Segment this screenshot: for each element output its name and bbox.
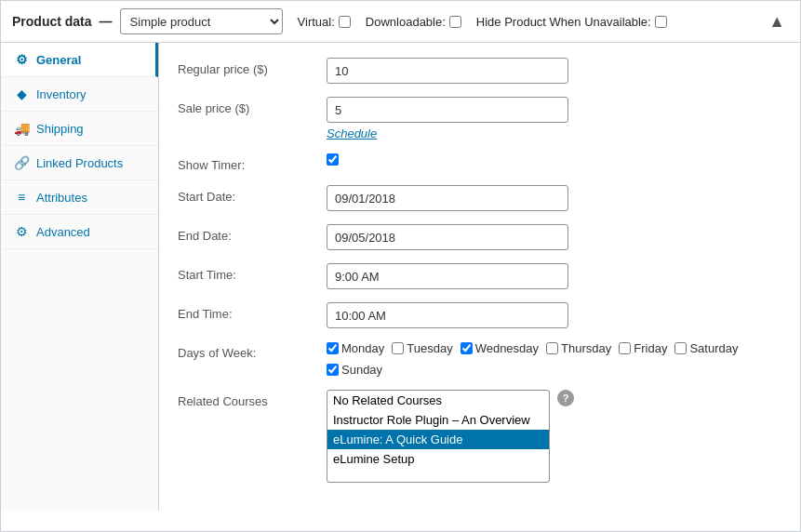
related-courses-listbox[interactable]: No Related CoursesInstructor Role Plugin… [327, 390, 550, 483]
panel-body: ⚙General◆Inventory🚚Shipping🔗Linked Produ… [1, 43, 800, 511]
start-time-value [327, 263, 781, 289]
day-label-thursday: Thursday [561, 341, 611, 355]
day-friday[interactable]: Friday [619, 341, 667, 355]
end-date-input[interactable] [327, 224, 568, 250]
day-label-saturday: Saturday [689, 341, 738, 355]
hide-checkbox[interactable] [655, 16, 667, 28]
collapse-button[interactable]: ▲ [765, 12, 789, 32]
regular-price-input[interactable] [327, 58, 568, 84]
hide-label: Hide Product When Unavailable: [476, 15, 667, 29]
sale-price-value-container: Schedule [327, 97, 781, 140]
sale-price-input[interactable] [327, 97, 568, 123]
day-label-tuesday: Tuesday [407, 341, 452, 355]
panel-header: Product data — Simple productVariable pr… [1, 1, 800, 43]
header-checkboxes: Virtual: Downloadable: Hide Product When… [298, 15, 667, 29]
related-courses-label: Related Courses [178, 390, 327, 408]
day-checkbox-sunday[interactable] [327, 364, 339, 376]
attributes-icon: ≡ [14, 190, 29, 205]
show-timer-row: Show Timer: [178, 153, 781, 172]
end-time-value [327, 302, 781, 328]
inventory-icon: ◆ [14, 86, 29, 101]
sidebar-label-general: General [36, 53, 81, 67]
show-timer-label: Show Timer: [178, 153, 327, 172]
downloadable-label: Downloadable: [366, 15, 461, 29]
general-icon: ⚙ [14, 52, 29, 67]
day-checkbox-friday[interactable] [619, 342, 631, 354]
advanced-icon: ⚙ [14, 224, 29, 239]
sidebar-item-attributes[interactable]: ≡Attributes [1, 180, 158, 215]
related-courses-container: No Related CoursesInstructor Role Plugin… [327, 390, 781, 483]
day-monday[interactable]: Monday [327, 341, 384, 355]
sidebar-item-general[interactable]: ⚙General [1, 43, 158, 77]
sidebar-label-inventory: Inventory [36, 87, 86, 101]
help-icon[interactable]: ? [557, 390, 574, 406]
virtual-checkbox[interactable] [339, 16, 351, 28]
sidebar-label-advanced: Advanced [36, 225, 90, 239]
day-checkbox-saturday[interactable] [674, 342, 687, 354]
start-date-row: Start Date: [178, 185, 781, 211]
sidebar-label-linked-products: Linked Products [36, 156, 123, 170]
virtual-label: Virtual: [298, 15, 351, 29]
schedule-link[interactable]: Schedule [327, 126, 781, 140]
main-content: Regular price ($) Sale price ($) Schedul… [159, 43, 800, 511]
day-checkbox-tuesday[interactable] [392, 342, 404, 354]
sidebar-item-linked-products[interactable]: 🔗Linked Products [1, 146, 158, 180]
end-time-row: End Time: [178, 302, 781, 328]
sidebar-label-shipping: Shipping [36, 122, 84, 136]
product-data-panel: Product data — Simple productVariable pr… [0, 0, 801, 532]
start-time-row: Start Time: [178, 263, 781, 289]
day-sunday[interactable]: Sunday [327, 363, 382, 377]
related-courses-row: Related Courses No Related CoursesInstru… [178, 390, 781, 483]
show-timer-value [327, 153, 781, 166]
end-date-row: End Date: [178, 224, 781, 250]
start-date-label: Start Date: [178, 185, 327, 204]
day-thursday[interactable]: Thursday [546, 341, 611, 355]
sidebar-item-inventory[interactable]: ◆Inventory [1, 77, 158, 112]
regular-price-label: Regular price ($) [178, 58, 327, 76]
panel-dash: — [100, 14, 113, 29]
days-checkboxes: MondayTuesdayWednesdayThursdayFridaySatu… [327, 341, 781, 377]
show-timer-checkbox[interactable] [327, 153, 339, 166]
day-saturday[interactable]: Saturday [674, 341, 738, 355]
days-of-week-label: Days of Week: [178, 341, 327, 360]
product-type-select[interactable]: Simple productVariable productGrouped pr… [120, 8, 283, 34]
sidebar-label-attributes: Attributes [36, 191, 87, 205]
sidebar-item-advanced[interactable]: ⚙Advanced [1, 215, 158, 249]
day-checkbox-monday[interactable] [327, 342, 339, 354]
regular-price-row: Regular price ($) [178, 58, 781, 84]
start-time-label: Start Time: [178, 263, 327, 282]
day-label-wednesday: Wednesday [475, 341, 539, 355]
regular-price-value-container [327, 58, 781, 84]
sidebar-item-shipping[interactable]: 🚚Shipping [1, 112, 158, 146]
sidebar: ⚙General◆Inventory🚚Shipping🔗Linked Produ… [1, 43, 159, 511]
days-of-week-row: Days of Week: MondayTuesdayWednesdayThur… [178, 341, 781, 377]
day-label-monday: Monday [341, 341, 384, 355]
day-tuesday[interactable]: Tuesday [392, 341, 452, 355]
start-time-input[interactable] [327, 263, 568, 289]
sale-price-label: Sale price ($) [178, 97, 327, 115]
end-date-label: End Date: [178, 224, 327, 243]
end-date-value [327, 224, 781, 250]
start-date-input[interactable] [327, 185, 568, 211]
day-label-friday: Friday [634, 341, 667, 355]
end-time-label: End Time: [178, 302, 327, 321]
start-date-value [327, 185, 781, 211]
day-wednesday[interactable]: Wednesday [461, 341, 539, 355]
day-label-sunday: Sunday [341, 363, 382, 377]
linked-products-icon: 🔗 [14, 155, 29, 170]
day-checkbox-thursday[interactable] [546, 342, 558, 354]
day-checkbox-wednesday[interactable] [461, 342, 473, 354]
sale-price-row: Sale price ($) Schedule [178, 97, 781, 140]
shipping-icon: 🚚 [14, 121, 29, 136]
end-time-input[interactable] [327, 302, 568, 328]
downloadable-checkbox[interactable] [449, 16, 461, 28]
panel-title: Product data [12, 14, 92, 29]
